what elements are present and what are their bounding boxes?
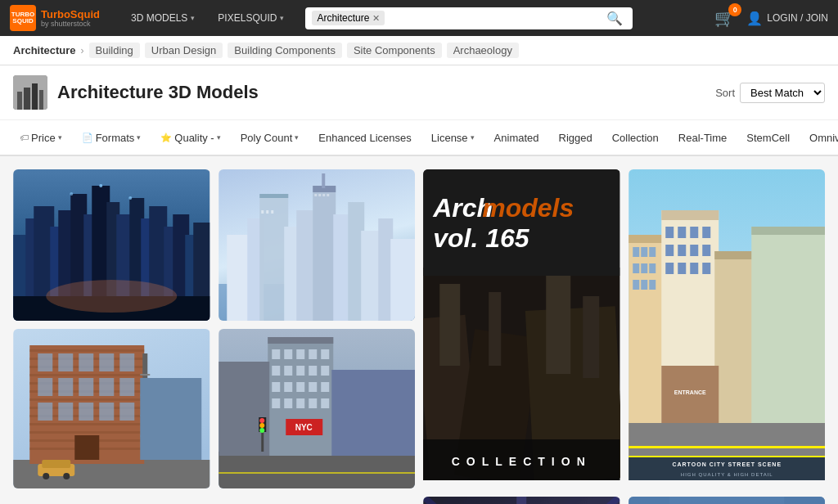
- close-icon[interactable]: ✕: [372, 13, 380, 24]
- grid-item-aerial-city[interactable]: [628, 497, 826, 504]
- svg-rect-154: [296, 349, 304, 359]
- svg-rect-152: [272, 349, 280, 359]
- breadcrumb-separator: ›: [81, 45, 84, 56]
- filter-poly-count-label: Poly Count: [241, 132, 293, 144]
- logo-tagline: by shutterstock: [41, 20, 100, 28]
- page-header-left: Architecture 3D Models: [13, 75, 259, 110]
- svg-rect-167: [272, 398, 280, 408]
- grid-item-cartoon-city[interactable]: ENTRANCE CARTOON CITY STREET SCENE HIGH …: [628, 169, 826, 488]
- chevron-down-icon: ▾: [58, 133, 62, 142]
- filter-formats[interactable]: 📄 Formats ▾: [75, 127, 148, 149]
- sort-area: Sort Best Match: [715, 83, 825, 103]
- grid-item-futuristic-aerial[interactable]: [423, 497, 620, 504]
- svg-point-179: [259, 423, 264, 428]
- svg-rect-228: [628, 497, 825, 504]
- sort-label: Sort: [715, 87, 735, 99]
- breadcrumb-bar: Architecture › Building Urban Design Bui…: [0, 36, 838, 65]
- login-button[interactable]: 👤 LOGIN / JOIN: [746, 11, 828, 26]
- breadcrumb-site-components[interactable]: Site Components: [347, 43, 442, 58]
- svg-rect-61: [423, 169, 619, 276]
- cart-button[interactable]: 🛒 0: [714, 8, 735, 28]
- grid-item-collection-banner[interactable]: Arch models vol. 165 COLLECTION: [423, 169, 620, 488]
- filter-license-label: License: [431, 132, 468, 144]
- svg-rect-131: [38, 403, 52, 421]
- filter-omniverse[interactable]: Omniverse: [803, 127, 838, 149]
- svg-rect-127: [58, 378, 73, 396]
- svg-point-146: [63, 473, 70, 479]
- user-icon: 👤: [746, 11, 763, 26]
- filter-quality[interactable]: ⭐ Quality - ▾: [154, 127, 227, 149]
- 3d-models-nav-btn[interactable]: 3D MODELS ▾: [123, 9, 203, 27]
- svg-point-178: [259, 418, 264, 423]
- svg-rect-47: [271, 210, 273, 214]
- filter-omniverse-label: Omniverse: [809, 132, 838, 144]
- chevron-down-icon: ▾: [471, 133, 475, 142]
- svg-rect-126: [38, 378, 52, 396]
- filter-collection[interactable]: Collection: [606, 127, 665, 149]
- page-title: Architecture 3D Models: [57, 82, 259, 103]
- svg-rect-148: [219, 452, 415, 488]
- cart-badge: 0: [728, 3, 741, 16]
- svg-rect-168: [284, 398, 292, 408]
- breadcrumb-archaeology[interactable]: Archaeology: [447, 43, 519, 58]
- login-label: LOGIN / JOIN: [767, 12, 828, 24]
- breadcrumb-building-components[interactable]: Building Components: [228, 43, 342, 58]
- svg-text:COLLECTION: COLLECTION: [452, 455, 592, 468]
- content-area: Arch models vol. 165 COLLECTION: [0, 156, 838, 504]
- svg-rect-149: [219, 472, 415, 474]
- svg-rect-86: [678, 245, 686, 256]
- filter-animated[interactable]: Animated: [488, 127, 546, 149]
- search-tag[interactable]: Architecture ✕: [312, 11, 385, 25]
- pixelsquid-nav-btn[interactable]: PIXELSQUID ▾: [210, 9, 292, 27]
- svg-rect-166: [321, 382, 329, 392]
- filter-stemcell[interactable]: StemCell: [740, 127, 796, 149]
- svg-point-180: [259, 428, 264, 433]
- svg-text:HIGH QUALITY  &  HIGH DETAIL: HIGH QUALITY & HIGH DETAIL: [680, 472, 773, 477]
- svg-rect-75: [649, 263, 656, 273]
- svg-rect-117: [29, 423, 144, 425]
- svg-rect-108: [29, 349, 144, 352]
- filter-rigged[interactable]: Rigged: [552, 127, 599, 149]
- search-button[interactable]: 🔍: [603, 11, 626, 26]
- filter-license[interactable]: License ▾: [425, 127, 481, 149]
- filter-price[interactable]: 🏷 Price ▾: [13, 127, 69, 149]
- svg-rect-160: [309, 366, 317, 376]
- chevron-down-icon: ▾: [137, 133, 141, 142]
- sort-select[interactable]: Best Match: [740, 83, 825, 103]
- filter-realtime[interactable]: Real-Time: [672, 127, 733, 149]
- svg-rect-89: [665, 263, 674, 274]
- svg-point-145: [43, 473, 49, 479]
- svg-text:vol. 165: vol. 165: [433, 223, 530, 253]
- svg-rect-3: [32, 83, 38, 110]
- svg-rect-70: [633, 247, 639, 257]
- svg-point-28: [46, 280, 177, 313]
- breadcrumb-building[interactable]: Building: [89, 43, 140, 58]
- svg-rect-133: [79, 403, 93, 421]
- filter-enhanced-licenses-label: Enhanced Licenses: [318, 132, 411, 144]
- svg-text:CARTOON CITY STREET SCENE: CARTOON CITY STREET SCENE: [672, 461, 782, 467]
- grid-item-brick-building[interactable]: [13, 329, 210, 488]
- filter-enhanced-licenses[interactable]: Enhanced Licenses: [312, 127, 417, 149]
- grid-item-futuristic-city[interactable]: [13, 169, 210, 321]
- breadcrumb-urban-design[interactable]: Urban Design: [145, 43, 223, 58]
- logo[interactable]: TURBO SQUID TurboSquid by shutterstock: [10, 5, 116, 31]
- chevron-down-icon: ▾: [217, 133, 221, 142]
- svg-rect-91: [690, 263, 698, 274]
- svg-rect-138: [140, 374, 150, 376]
- grid-item-nyc-street[interactable]: NYC: [219, 329, 416, 488]
- svg-rect-73: [633, 263, 639, 273]
- svg-rect-88: [702, 245, 710, 256]
- filter-formats-label: Formats: [96, 132, 135, 144]
- breadcrumb-root[interactable]: Architecture: [13, 44, 76, 56]
- filter-realtime-label: Real-Time: [678, 132, 727, 144]
- 3d-models-label: 3D MODELS: [131, 12, 187, 24]
- svg-text:NYC: NYC: [295, 423, 312, 432]
- svg-point-25: [99, 184, 102, 187]
- filter-poly-count[interactable]: Poly Count ▾: [234, 127, 306, 149]
- search-input[interactable]: [390, 12, 598, 25]
- top-nav: TURBO SQUID TurboSquid by shutterstock 3…: [0, 0, 838, 36]
- svg-rect-163: [284, 382, 292, 392]
- filter-price-label: Price: [31, 132, 56, 144]
- grid-item-modern-city[interactable]: [219, 169, 416, 321]
- chevron-down-icon: ▾: [295, 133, 299, 142]
